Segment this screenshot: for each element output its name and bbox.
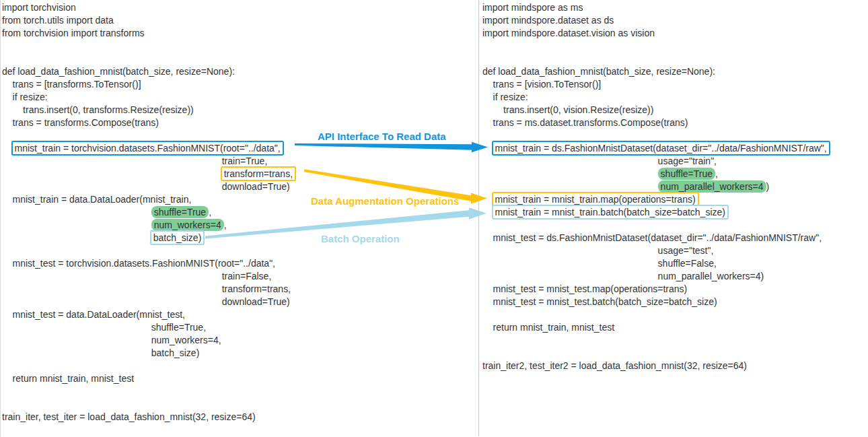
code-line: import mindspore.dataset as ds [482,14,829,27]
code-text: mnist_test = data.DataLoader(mnist_test, [2,309,185,320]
code-text [482,194,493,205]
code-line: import mindspore.dataset.vision as visio… [482,27,829,40]
code-line: num_parallel_workers=4) [482,180,829,193]
left-edge-line [0,0,1,437]
code-line: if resize: [2,91,295,104]
code-line: trans = [transforms.ToTensor()] [2,78,295,91]
code-line: if resize: [482,91,829,104]
code-line: import torchvision [2,1,295,14]
code-line: batch_size) [2,232,295,244]
code-line: download=True) [2,180,295,193]
code-line: from torchvision import transforms [2,27,295,40]
green-hl-segment: num_parallel_workers=4 [658,180,766,193]
code-line: mnist_train = torchvision.datasets.Fashi… [2,142,295,155]
code-text: shuffle=True, [2,322,206,333]
blue-box-segment: mnist_train = ds.FashionMnistDataset(dat… [493,142,829,154]
code-text: train=True, [2,156,267,166]
code-text: train_iter, test_iter = load_data_fashio… [2,411,256,422]
code-line [2,398,295,411]
code-text [2,220,151,230]
code-line: mnist_train = ds.FashionMnistDataset(dat… [482,142,829,155]
code-line: mnist_test = data.DataLoader(mnist_test, [2,308,295,321]
code-text: num_parallel_workers=4) [482,271,764,281]
code-line [482,308,829,321]
code-line: train_iter2, test_iter2 = load_data_fash… [482,360,829,372]
code-line: trans = transforms.Compose(trans) [2,116,295,129]
yellow-box-segment: transform=trans, [222,168,295,180]
data-augmentation-label: Data Augmentation Operations [311,195,459,207]
code-text: if resize: [482,92,528,102]
api-read-arrow [295,142,488,152]
code-line [482,334,829,347]
code-text: trans.insert(0, vision.Resize(resize)) [482,104,653,115]
green-hl-segment: num_workers=4 [151,219,224,231]
code-line: download=True) [2,296,295,308]
code-line: num_workers=4, [2,219,295,232]
code-line: transform=trans, [2,168,295,180]
code-text: import mindspore.dataset.vision as visio… [482,28,655,38]
code-text: trans = [transforms.ToTensor()] [2,79,141,90]
code-line: mnist_train = mnist_train.batch(batch_si… [482,206,829,219]
code-line [482,219,829,232]
code-line: shuffle=True, [2,206,295,219]
code-text: trans.insert(0, transforms.Resize(resize… [2,104,194,115]
code-text: usage="train", [482,156,717,166]
code-text: train_iter2, test_iter2 = load_data_fash… [482,360,747,371]
code-text [482,207,493,217]
mindspore-code-pane: import mindspore as msimport mindspore.d… [482,1,829,372]
code-line: num_parallel_workers=4) [482,270,829,283]
code-line: mnist_test = mnist_test.batch(batch_size… [482,296,829,308]
code-text: import torchvision [2,2,76,13]
yellow-box-segment: mnist_train = mnist_train.map(operations… [493,193,698,205]
code-line: mnist_test = mnist_test.map(operations=t… [482,283,829,296]
code-line: trans.insert(0, vision.Resize(resize)) [482,104,829,116]
code-line: mnist_train = mnist_train.map(operations… [482,193,829,206]
code-text: trans = transforms.Compose(trans) [2,117,159,128]
code-line: shuffle=True, [482,168,829,180]
code-text: return mnist_train, mnist_test [482,322,614,333]
code-line: mnist_test = ds.FashionMnistDataset(data… [482,232,829,244]
code-text: transform=trans, [2,283,291,294]
code-line: trans = [vision.ToTensor()] [482,78,829,91]
code-line: train_iter, test_iter = load_data_fashio… [2,411,295,424]
code-line: shuffle=False, [482,257,829,270]
lightblue-box-segment: mnist_train = mnist_train.batch(batch_si… [493,206,727,218]
code-text: download=True) [2,181,290,192]
code-text: shuffle=False, [482,258,717,269]
code-text: def load_data_fashion_mnist(batch_size, … [482,66,715,77]
code-line [2,360,295,372]
pane-divider [478,0,479,436]
code-text: , [209,207,211,217]
code-comparison-diagram: import torchvisionfrom torch.utils impor… [0,0,868,437]
green-hl-segment: shuffle=True [151,206,209,218]
code-text [482,143,493,154]
api-read-label: API Interface To Read Data [318,131,446,142]
code-text: ) [766,181,770,192]
code-line: usage="test", [482,244,829,257]
code-line: def load_data_fashion_mnist(batch_size, … [482,65,829,78]
code-line [2,40,295,53]
code-text: train=False, [2,271,271,281]
code-line: trans = ms.dataset.transforms.Compose(tr… [482,116,829,129]
code-text [482,181,658,192]
code-line [2,385,295,398]
code-text: mnist_test = ds.FashionMnistDataset(data… [482,232,822,243]
code-text: from torch.utils import data [2,15,114,26]
code-line: shuffle=True, [2,321,295,334]
code-text [2,143,13,154]
code-text [2,232,151,243]
code-line: batch_size) [2,347,295,360]
code-text: num_workers=4, [2,335,221,345]
code-line [482,40,829,53]
code-line: usage="train", [482,155,829,168]
code-line [482,53,829,65]
code-line: trans.insert(0, transforms.Resize(resize… [2,104,295,116]
code-text: from torchvision import transforms [2,28,145,38]
code-text: mnist_train = data.DataLoader(mnist_trai… [2,194,191,205]
code-text [482,168,658,179]
code-text: return mnist_train, mnist_test [2,373,134,384]
code-text: mnist_test = torchvision.datasets.Fashio… [2,258,275,269]
blue-box-segment: mnist_train = torchvision.datasets.Fashi… [13,142,283,154]
code-text: if resize: [2,92,48,102]
code-line: num_workers=4, [2,334,295,347]
